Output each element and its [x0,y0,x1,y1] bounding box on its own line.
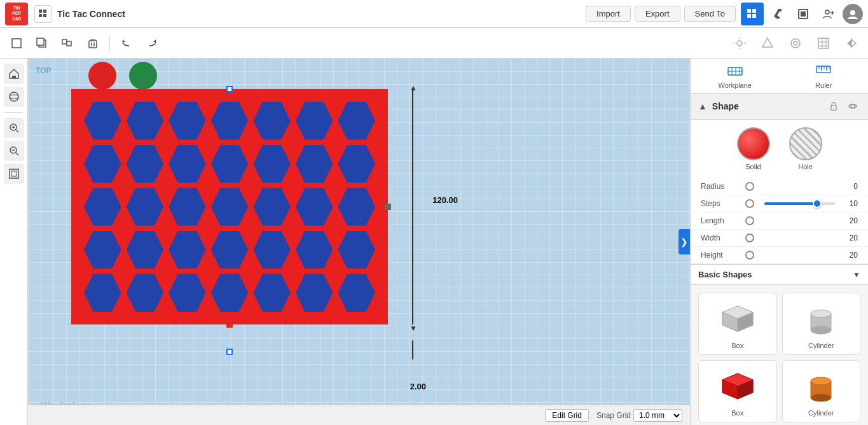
delete-button[interactable] [81,32,104,55]
import-button[interactable]: Import [586,6,631,22]
group-button[interactable] [56,32,79,55]
h-measure-line [412,340,413,359]
action-buttons: Import Export Send To [586,6,736,22]
width-radio[interactable] [745,233,754,242]
board-container[interactable]: ▲ ▼ 120.00 2.00 [71,89,388,324]
lock-icon[interactable] [826,99,841,114]
hex-hole [84,231,121,269]
svg-rect-19 [67,41,71,46]
shape-card-box-grey[interactable]: Box [698,293,777,355]
svg-rect-6 [747,14,751,18]
svg-rect-51 [11,171,17,176]
cylinder-grey-label: Cylinder [808,342,834,349]
svg-point-80 [811,377,831,385]
selection-handle-right[interactable] [385,204,391,210]
visibility-icon[interactable] [845,99,860,114]
fit-view-button[interactable] [4,164,24,184]
send-to-button[interactable]: Send To [684,6,736,22]
selection-handle-top[interactable] [226,86,233,92]
wireframe-button[interactable] [756,32,779,55]
red-circle-shape[interactable] [88,62,116,90]
3d-grid-view-button[interactable] [741,3,764,25]
canvas-area[interactable]: TOP Workplane [28,59,690,425]
red-board[interactable] [71,89,388,324]
selection-handle-bottom[interactable] [226,321,233,328]
svg-rect-50 [10,169,18,178]
height-value: 20 [840,251,858,260]
home-view-button[interactable] [4,64,24,84]
project-title: Tic Tac Connect [57,9,586,19]
v-arrow-bottom: ▼ [410,324,417,332]
shape-card-box-red[interactable]: Box [698,360,777,422]
svg-rect-8 [778,9,782,11]
ruler-label: Ruler [815,81,832,89]
sketch-button[interactable] [784,32,807,55]
hex-hole [253,188,291,226]
hole-label: Hole [798,163,813,171]
grid-toggle-button[interactable] [812,32,835,55]
steps-slider[interactable] [764,202,835,205]
svg-rect-57 [816,66,830,73]
solid-type[interactable]: Solid [737,127,770,171]
hex-hole [296,188,333,226]
hex-hole [253,231,291,269]
length-radio[interactable] [745,216,754,225]
green-circle-shape[interactable] [129,62,157,90]
expand-panel-handle[interactable]: ❯ [679,229,690,254]
selection-handle-stem[interactable] [226,349,233,355]
cylinder-grey-preview [798,298,844,339]
hex-hole [84,188,121,226]
new-object-button[interactable] [5,32,28,55]
status-bar: Edit Grid Snap Grid 1.0 mm 0.5 mm 0.25 m… [28,405,690,425]
shape-panel-collapse-icon[interactable]: ▲ [698,101,707,111]
steps-radio[interactable] [745,199,754,208]
library-dropdown-arrow[interactable]: ▼ [853,270,860,279]
svg-point-72 [811,326,831,334]
toolbar-separator [109,36,110,51]
svg-point-65 [849,104,857,108]
hammer-view-button[interactable] [766,3,789,25]
box-red-preview [715,366,761,407]
zoom-out-button[interactable] [4,141,24,161]
edit-grid-button[interactable]: Edit Grid [545,409,589,422]
copy-button[interactable] [31,32,53,55]
height-radio[interactable] [745,251,754,260]
svg-point-30 [791,39,800,48]
v-measure-value: 120.00 [432,195,458,205]
shape-card-cylinder-grey[interactable]: Cylinder [782,293,861,355]
left-separator [5,112,23,113]
shape-card-cylinder-orange[interactable]: Cylinder [782,360,861,422]
ruler-button[interactable]: Ruler [780,59,869,93]
steps-slider-fill [764,202,817,205]
mirror-button[interactable] [840,32,863,55]
radius-radio[interactable] [745,182,754,191]
h-measure-value: 2.00 [410,382,426,391]
redo-button[interactable] [141,32,163,55]
workplane-button[interactable]: Workplane [691,59,780,93]
add-person-button[interactable] [817,3,840,25]
width-value: 20 [840,233,858,242]
svg-point-42 [10,95,18,99]
svg-rect-3 [43,14,46,17]
user-avatar[interactable] [843,4,863,24]
pcb-view-button[interactable] [792,3,815,25]
orbit-view-button[interactable] [4,87,24,107]
zoom-in-button[interactable] [4,118,24,138]
v-measure-line [412,89,413,324]
hole-type[interactable]: Hole [789,127,822,171]
light-toggle-button[interactable] [728,32,751,55]
view-label: TOP [36,66,51,75]
radius-label: Radius [701,182,745,191]
steps-label: Steps [701,199,745,208]
steps-row: Steps 10 [691,195,868,212]
snap-grid-select[interactable]: 1.0 mm 0.5 mm 0.25 mm 2.0 mm [633,409,682,422]
grid-view-icon[interactable] [34,5,52,23]
library-title: Basic Shapes [698,270,849,279]
export-button[interactable]: Export [635,6,680,22]
tinkercad-logo[interactable]: TINKERCAD [5,3,28,25]
steps-slider-thumb[interactable] [813,199,822,208]
hex-hole [84,102,121,140]
svg-rect-63 [831,106,836,110]
undo-button[interactable] [115,32,138,55]
hole-circle-preview [789,127,822,160]
